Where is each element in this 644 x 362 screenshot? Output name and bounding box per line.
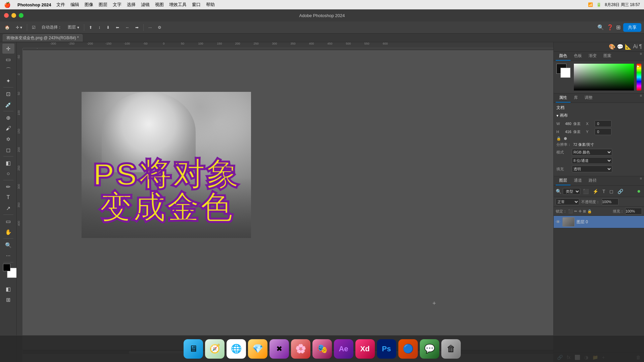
- align-vcenter[interactable]: ↕: [96, 24, 102, 31]
- panel-collapse[interactable]: ≡: [640, 52, 642, 61]
- magic-wand-tool[interactable]: ✦: [2, 76, 14, 86]
- share-button[interactable]: 共享: [623, 23, 641, 32]
- clone-tool[interactable]: ✡: [2, 134, 14, 144]
- gradient-picker[interactable]: [574, 64, 634, 90]
- menu-select[interactable]: 选择: [127, 2, 136, 8]
- hand-tool[interactable]: ✋: [2, 227, 14, 237]
- align-hcenter[interactable]: ↔: [123, 24, 131, 31]
- filter-type-select[interactable]: 类型: [563, 188, 580, 195]
- move-tool-btn[interactable]: ✛: [2, 44, 14, 54]
- home-button[interactable]: 🏠: [3, 24, 12, 31]
- auto-select-dropdown[interactable]: 图层 ▾: [66, 24, 81, 31]
- screen-mode-btn[interactable]: ⊞: [2, 295, 14, 305]
- pen-tool[interactable]: ✏: [2, 182, 14, 192]
- dock-app2[interactable]: 🎭: [312, 339, 332, 359]
- menu-view[interactable]: 视图: [155, 2, 164, 8]
- panel-icon-3[interactable]: 📐: [625, 44, 632, 50]
- filter-toggle[interactable]: ●: [636, 187, 642, 195]
- menu-plugins[interactable]: 增效工具: [169, 2, 187, 8]
- spectrum-bar[interactable]: [637, 64, 641, 90]
- dock-finder[interactable]: 🖥: [184, 339, 203, 359]
- document-tab[interactable]: 将物体变成金色.png @ 243%(RGB/8#) *: [3, 34, 83, 42]
- lock-icon[interactable]: 🔒: [587, 209, 592, 214]
- selection-rect-tool[interactable]: ▭: [2, 54, 14, 64]
- canvas-collapse-arrow[interactable]: ▾: [556, 113, 558, 118]
- layer-visibility-toggle[interactable]: 👁: [556, 219, 560, 225]
- filter-shape-icon[interactable]: ◻: [608, 188, 615, 195]
- depth-select[interactable]: 8 位/通道: [572, 157, 612, 164]
- crop-tool[interactable]: ⊡: [2, 89, 14, 99]
- menu-app-name[interactable]: Photoshop 2024: [17, 2, 51, 7]
- panel-icon-1[interactable]: 🎨: [609, 44, 615, 50]
- expand-icon[interactable]: ⬢: [564, 136, 567, 141]
- fill-select[interactable]: 透明: [572, 166, 612, 172]
- filter-smart-icon[interactable]: 🔗: [616, 188, 625, 195]
- document-wrapper[interactable]: PS将对象 变成金色: [82, 92, 251, 238]
- lasso-tool[interactable]: ⌒: [2, 65, 14, 75]
- lock-position-icon[interactable]: ✏: [574, 209, 577, 214]
- eraser-tool[interactable]: ◻: [2, 145, 14, 155]
- apple-menu[interactable]: 🍎: [4, 2, 11, 8]
- path-select-tool[interactable]: ↗: [2, 203, 14, 213]
- text-tool[interactable]: T: [2, 192, 14, 202]
- panel-icon-2[interactable]: 💬: [617, 44, 624, 50]
- mask-mode-btn[interactable]: ◧: [2, 284, 14, 294]
- help-icon[interactable]: ❓: [607, 24, 613, 31]
- shape-tool[interactable]: ▭: [2, 216, 14, 226]
- filter-pixel-icon[interactable]: ⬛: [582, 188, 590, 195]
- dock-safari[interactable]: 🧭: [205, 339, 225, 359]
- menu-window[interactable]: 窗口: [192, 2, 201, 8]
- close-button[interactable]: [4, 13, 9, 18]
- eyedropper-tool[interactable]: 💉: [2, 100, 14, 110]
- lock-pixels-icon[interactable]: ⬛: [568, 209, 573, 214]
- dock-wechat[interactable]: 💬: [420, 339, 439, 359]
- tab-adjustments[interactable]: 调整: [581, 94, 596, 103]
- dock-chrome[interactable]: 🌐: [227, 339, 246, 359]
- fill-opacity-input[interactable]: [625, 208, 642, 215]
- lock-ratio-icon[interactable]: 🔒: [556, 136, 561, 141]
- dock-xd[interactable]: Xd: [355, 339, 375, 359]
- dock-aftereffects[interactable]: Ae: [334, 339, 353, 359]
- gradient-main[interactable]: [574, 64, 634, 90]
- swatch-pair[interactable]: [556, 64, 571, 78]
- menu-image[interactable]: 图像: [85, 2, 93, 8]
- color-swatches[interactable]: [3, 264, 14, 275]
- tab-paths[interactable]: 路径: [585, 176, 600, 185]
- layers-panel-collapse[interactable]: ≡: [640, 176, 642, 185]
- tab-patterns[interactable]: 图案: [600, 52, 615, 61]
- search-icon[interactable]: 🔍: [597, 24, 604, 31]
- tab-color[interactable]: 颜色: [556, 52, 571, 61]
- filter-text-icon[interactable]: T: [601, 188, 607, 195]
- tab-layers[interactable]: 图层: [556, 176, 571, 185]
- dodge-tool[interactable]: ○: [2, 169, 14, 179]
- menu-edit[interactable]: 编辑: [70, 2, 79, 8]
- search-layers-icon[interactable]: 🔍: [556, 189, 561, 194]
- layer-item-0[interactable]: 👁 图层 0: [554, 216, 644, 228]
- dock-trash[interactable]: 🗑: [441, 339, 461, 359]
- background-color[interactable]: [560, 68, 571, 78]
- auto-select-checkbox[interactable]: ☑: [30, 24, 38, 31]
- menu-text[interactable]: 文字: [113, 2, 121, 8]
- tab-swatches[interactable]: 色板: [571, 52, 585, 61]
- align-right[interactable]: ➡: [133, 24, 141, 31]
- align-top[interactable]: ⬆: [87, 24, 94, 31]
- lock-all-icon[interactable]: ⊞: [583, 209, 586, 214]
- brush-tool[interactable]: 🖌: [2, 123, 14, 133]
- healing-tool[interactable]: ⊕: [2, 113, 14, 123]
- x-input[interactable]: [595, 120, 611, 127]
- menu-filter[interactable]: 滤镜: [141, 2, 150, 8]
- dock-app1[interactable]: 🌸: [291, 339, 310, 359]
- maximize-button[interactable]: [19, 13, 23, 18]
- lock-artboard-icon[interactable]: ✛: [579, 209, 582, 214]
- more-options[interactable]: ···: [146, 24, 154, 31]
- dock-sketch[interactable]: 💎: [248, 339, 267, 359]
- panel-icon-4[interactable]: Ai: [633, 44, 638, 50]
- settings-gear[interactable]: ⚙: [156, 24, 163, 31]
- blend-mode-select[interactable]: 正常: [556, 198, 579, 205]
- align-bottom[interactable]: ⬇: [104, 24, 112, 31]
- move-tool[interactable]: ✛ ▾: [14, 24, 24, 31]
- dock-photoshop[interactable]: Ps: [377, 339, 396, 359]
- gradient-tool[interactable]: ◧: [2, 158, 14, 168]
- y-input[interactable]: [595, 128, 611, 135]
- tab-gradients[interactable]: 渐变: [585, 52, 600, 61]
